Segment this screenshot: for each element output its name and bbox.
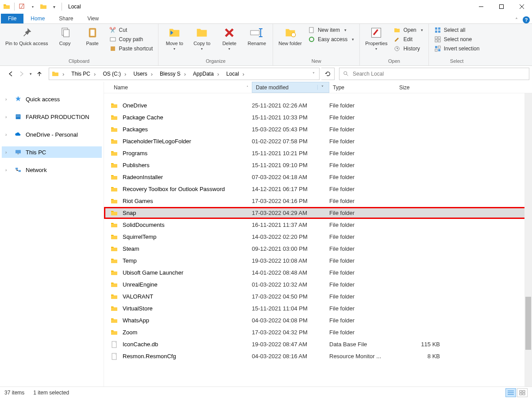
folder-icon [110, 329, 118, 337]
pin-quick-access-button[interactable]: Pin to Quick access [3, 25, 51, 47]
file-name: Recovery Toolbox for Outlook Password [123, 186, 225, 192]
breadcrumb[interactable]: AppData [189, 68, 223, 80]
copy-path-button[interactable]: Copy path [107, 35, 156, 44]
sidebar-item-onedrive-personal[interactable]: ›OneDrive - Personal [2, 129, 102, 140]
svg-rect-35 [17, 115, 17, 116]
file-row[interactable]: OneDrive25-11-2021 02:26 AMFile folder [104, 100, 532, 111]
file-row[interactable]: VirtualStore15-11-2021 11:04 PMFile fold… [104, 302, 532, 314]
file-row[interactable]: Zoom17-03-2022 04:32 PMFile folder [104, 326, 532, 338]
collapse-ribbon-icon[interactable]: ˄ [512, 17, 521, 23]
thumbnails-view-button[interactable] [517, 388, 528, 397]
column-filter-dropdown-icon[interactable]: ˅ [317, 85, 325, 90]
qat-new-folder-icon[interactable] [39, 2, 48, 11]
search-box[interactable]: Search Local [339, 68, 529, 80]
address-bar[interactable]: This PC OS (C:) Users Blessy S AppData L… [49, 68, 320, 80]
close-button[interactable] [512, 0, 532, 13]
copy-to-icon [195, 26, 209, 40]
file-row[interactable]: UnrealEngine01-03-2022 10:32 AMFile fold… [104, 279, 532, 291]
folder-icon [110, 173, 118, 181]
folder-icon [2, 2, 12, 11]
file-row[interactable]: Ubisoft Game Launcher14-01-2022 08:48 AM… [104, 267, 532, 279]
address-dropdown-button[interactable]: ˅ [308, 68, 319, 80]
history-button[interactable]: History [391, 44, 425, 53]
edit-button[interactable]: Edit [391, 35, 425, 44]
svg-rect-41 [15, 150, 21, 153]
sort-indicator-icon: ˄ [247, 85, 248, 89]
sidebar-item-quick-access[interactable]: ›Quick access [2, 93, 102, 105]
back-button[interactable] [4, 68, 16, 80]
minimize-button[interactable] [471, 0, 491, 13]
file-row[interactable]: Package Cache15-11-2021 10:33 PMFile fol… [104, 111, 532, 123]
sidebar-item-network[interactable]: ›Network [2, 164, 102, 176]
file-row[interactable]: VALORANT17-03-2022 04:50 PMFile folder [104, 291, 532, 302]
column-type[interactable]: Type [329, 82, 396, 93]
file-row[interactable]: Programs15-11-2021 10:21 PMFile folder [104, 147, 532, 159]
rename-button[interactable]: Rename [243, 25, 270, 47]
maximize-button[interactable] [491, 0, 512, 13]
file-row[interactable]: Packages15-03-2022 05:43 PMFile folder [104, 123, 532, 135]
file-row[interactable]: Publishers15-11-2021 09:10 PMFile folder [104, 159, 532, 171]
refresh-button[interactable] [321, 68, 335, 80]
up-button[interactable] [34, 68, 45, 80]
file-row[interactable]: Riot Games17-03-2022 04:16 PMFile folder [104, 195, 532, 207]
details-view-button[interactable] [505, 388, 516, 397]
copy-button[interactable]: Copy [52, 25, 78, 47]
tab-file[interactable]: File [1, 14, 23, 23]
sidebar-item-this-pc[interactable]: ›This PC [2, 146, 102, 158]
paste-button[interactable]: Paste [79, 25, 106, 47]
file-date: 14-01-2022 08:48 AM [252, 269, 329, 276]
select-all-button[interactable]: Select all [432, 26, 482, 34]
file-row[interactable]: Resmon.ResmonCfg04-03-2022 08:16 AMResou… [104, 350, 532, 362]
tab-home[interactable]: Home [23, 14, 52, 23]
file-row[interactable]: IconCache.db19-03-2022 08:47 AMData Base… [104, 338, 532, 350]
recent-locations-button[interactable]: ▾ [27, 68, 34, 80]
file-row[interactable]: SquirrelTemp14-03-2022 02:20 PMFile fold… [104, 231, 532, 243]
vertical-scrollbar[interactable] [524, 93, 532, 387]
select-none-icon [434, 36, 441, 43]
paste-shortcut-button[interactable]: Paste shortcut [107, 44, 156, 53]
sidebar-item-farrad-production[interactable]: ›FARRAD PRODUCTION [2, 111, 102, 122]
qat-customize-icon[interactable]: ▾ [49, 2, 59, 11]
tab-share[interactable]: Share [52, 14, 80, 23]
cut-button[interactable]: ✂️Cut [107, 26, 156, 34]
file-name: Programs [123, 150, 147, 157]
column-name[interactable]: Name˄ [110, 82, 252, 93]
column-size[interactable]: Size [396, 82, 453, 93]
file-row[interactable]: PlaceholderTileLogoFolder01-02-2022 07:5… [104, 135, 532, 147]
select-none-button[interactable]: Select none [432, 35, 482, 44]
file-row[interactable]: Recovery Toolbox for Outlook Password14-… [104, 183, 532, 195]
open-button[interactable]: Open [391, 26, 425, 34]
breadcrumb[interactable]: OS (C:) [99, 68, 130, 80]
qat-dropdown-icon[interactable]: ▾ [28, 2, 38, 11]
easy-access-button[interactable]: Easy access [305, 35, 357, 44]
breadcrumb[interactable]: Users [130, 68, 156, 80]
delete-button[interactable]: Delete [216, 25, 243, 52]
file-type: File folder [329, 293, 396, 300]
scrollbar-thumb[interactable] [525, 297, 531, 350]
help-button[interactable]: ? [521, 16, 531, 23]
breadcrumb[interactable]: Local [223, 68, 248, 80]
file-type: File folder [329, 150, 396, 157]
column-date-modified[interactable]: Date modified˅ [252, 82, 329, 93]
file-row[interactable]: WhatsApp04-03-2022 04:08 PMFile folder [104, 314, 532, 326]
file-row[interactable]: SolidDocuments16-11-2021 11:37 AMFile fo… [104, 219, 532, 231]
file-row[interactable]: RadeonInstaller07-03-2022 04:18 AMFile f… [104, 171, 532, 183]
file-row-partial[interactable]: x [104, 93, 532, 100]
copy-to-button[interactable]: Copy to [189, 25, 215, 52]
move-to-button[interactable]: Move to [161, 25, 188, 52]
new-folder-button[interactable]: New folder [276, 25, 305, 47]
breadcrumb[interactable]: This PC [68, 68, 99, 80]
file-row[interactable]: Snap17-03-2022 04:29 AMFile folder [104, 207, 532, 219]
qat-properties-icon[interactable] [17, 2, 27, 11]
folder-icon [110, 269, 118, 277]
breadcrumb[interactable]: Blessy S [156, 68, 189, 80]
forward-button[interactable] [16, 68, 27, 80]
invert-selection-button[interactable]: Invert selection [432, 44, 482, 53]
properties-button[interactable]: Properties [362, 25, 390, 52]
new-item-button[interactable]: New item [305, 26, 357, 34]
tab-view[interactable]: View [80, 14, 106, 23]
file-row[interactable]: Steam09-12-2021 03:00 PMFile folder [104, 243, 532, 255]
breadcrumb-root[interactable] [49, 68, 68, 80]
file-row[interactable]: Temp19-03-2022 10:08 AMFile folder [104, 255, 532, 267]
file-date: 04-03-2022 08:16 AM [252, 353, 329, 360]
